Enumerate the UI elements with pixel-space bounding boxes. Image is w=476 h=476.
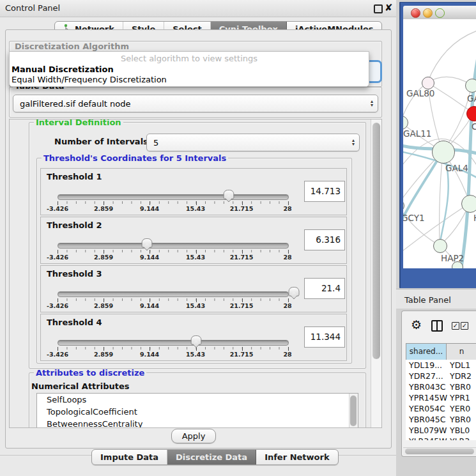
table-panel-titlebar: Table Panel — [396, 289, 476, 309]
settings-scrollpane: Interval Definition Number of Intervals … — [9, 119, 382, 428]
threshold-4-slider-track[interactable] — [58, 340, 289, 346]
control-panel-titlebar: Control Panel ✘ — [0, 0, 396, 17]
node-attribute-table: shared... n YDL19...YDL1 YDR27...YDR2 YB… — [406, 343, 476, 439]
node-label-gal11: GAL11 — [403, 128, 431, 139]
numerical-attributes-list[interactable]: SelfLoops TopologicalCoefficient Between… — [36, 393, 358, 428]
threshold-2-slider-thumb[interactable] — [142, 238, 153, 248]
dropdown-hint: Select algorithm to view settings — [10, 54, 369, 63]
column-header-name[interactable]: n — [447, 344, 476, 360]
interval-definition-title: Interval Definition — [34, 119, 123, 127]
threshold-1-label: Threshold 1 — [47, 172, 102, 181]
node-gal4[interactable] — [432, 141, 455, 164]
tab-infer-network-label: Infer Network — [265, 452, 329, 462]
columns-icon[interactable] — [431, 320, 443, 332]
network-view-window[interactable]: GAL80 GA C GAL11 GAL4 GCY1 H HAP2 — [399, 2, 476, 288]
dropdown-option-equal-width[interactable]: Equal Width/Frequency Discretization — [12, 75, 167, 84]
gear-icon[interactable]: ⚙ — [411, 319, 422, 331]
slider-ticks — [58, 347, 288, 350]
algorithm-group-title: Discretization Algorithm — [13, 42, 131, 51]
threshold-4-value-field[interactable]: 11.344 — [304, 326, 345, 348]
node-top-right[interactable] — [465, 79, 476, 93]
slider-ticks — [58, 250, 288, 253]
threshold-3-value-field[interactable]: 21.4 — [304, 278, 345, 299]
attributes-group-title: Attributes to discretize — [34, 369, 146, 378]
threshold-2-value-field[interactable]: 6.316 — [304, 229, 345, 250]
threshold-row-3: Threshold 3 -3.4262.8599.14415.4321.7152… — [40, 265, 347, 312]
threshold-row-4: Threshold 4 -3.4262.8599.14415.4321.7152… — [40, 314, 347, 361]
threshold-4-slider-thumb[interactable] — [190, 335, 201, 345]
node-label-red: C — [472, 121, 476, 132]
close-traffic-light-icon[interactable] — [411, 8, 420, 18]
list-item[interactable]: TopologicalCoefficient — [37, 406, 358, 418]
number-of-intervals-label: Number of Intervals — [54, 137, 148, 146]
threshold-3-slider-thumb[interactable] — [288, 287, 299, 296]
table-row[interactable]: YDR27...YDR2 — [406, 371, 476, 381]
right-column: GAL80 GA C GAL11 GAL4 GCY1 H HAP2 Table … — [396, 0, 476, 476]
scrollbar-thumb[interactable] — [372, 123, 380, 359]
checkbox-icon[interactable]: ✓ — [452, 322, 459, 330]
node-label-gal80: GAL80 — [406, 88, 434, 98]
table-row[interactable]: YDL19...YDL1 — [406, 360, 476, 371]
table-data-selected-value: galFiltered.sif default node — [13, 99, 366, 109]
threshold-1-slider-track[interactable] — [58, 194, 289, 200]
list-item[interactable]: BetweennessCentrality — [37, 418, 358, 428]
node-hap2[interactable] — [433, 239, 447, 253]
table-horizontal-scrollbar[interactable] — [403, 447, 476, 456]
slider-scale-labels: -3.4262.8599.14415.4321.71528 — [58, 254, 288, 261]
panel-title: Control Panel — [5, 3, 60, 13]
list-item[interactable]: SelfLoops — [37, 394, 358, 406]
table-rows: YDL19...YDL1 YDR27...YDR2 YBR043CYBR0 YP… — [406, 360, 476, 440]
threshold-1-slider-thumb[interactable] — [223, 190, 234, 199]
threshold-3-slider-track[interactable] — [58, 291, 289, 297]
threshold-row-1: Threshold 1 -3.4262.8599.14415.4321.7152… — [40, 168, 347, 215]
threshold-2-label: Threshold 2 — [47, 220, 102, 230]
dropdown-option-manual[interactable]: Manual Discretization — [12, 65, 114, 74]
table-data-combobox[interactable]: galFiltered.sif default node ▴▾ — [13, 95, 378, 112]
combo-stepper-icon: ▴▾ — [366, 100, 378, 107]
table-panel-title: Table Panel — [404, 295, 451, 305]
checkbox-icon[interactable]: ✓ — [461, 322, 468, 330]
table-row[interactable]: YER054CYER0 — [406, 403, 476, 414]
slider-ticks — [58, 201, 288, 204]
close-icon[interactable]: ✘ — [385, 2, 393, 13]
table-header-row: shared... n — [406, 343, 476, 360]
slider-scale-labels: -3.4262.8599.14415.4321.71528 — [58, 302, 288, 310]
network-window-titlebar[interactable] — [403, 6, 476, 20]
table-row[interactable]: YBL079WYBL0 — [406, 425, 476, 436]
node-label-gcy1: GCY1 — [403, 213, 425, 223]
tab-infer-network[interactable]: Infer Network — [256, 450, 337, 464]
threshold-4-label: Threshold 4 — [47, 318, 102, 327]
table-panel-box: ⚙ ✓ ✓ shared... n YDL19...YDL1 YDR27...Y… — [401, 311, 476, 457]
table-row[interactable]: YBR043CYBR0 — [406, 381, 476, 392]
threshold-1-value-field[interactable]: 14.713 — [304, 181, 345, 202]
table-row[interactable]: YPR145WYPR1 — [406, 392, 476, 403]
threshold-2-slider-track[interactable] — [58, 243, 289, 249]
tab-impute-data[interactable]: Impute Data — [92, 450, 167, 464]
node-label-gal4: GAL4 — [445, 163, 468, 173]
slider-scale-labels: -3.4262.8599.14415.4321.71528 — [58, 351, 288, 358]
float-window-icon[interactable] — [374, 4, 383, 13]
table-row[interactable]: YLR345WYLR3 — [406, 436, 476, 440]
numerical-attributes-label: Numerical Attributes — [31, 381, 130, 391]
tab-discretize-data[interactable]: Discretize Data — [167, 450, 256, 464]
list-scrollbar[interactable] — [349, 394, 358, 428]
scrollbar-thumb[interactable] — [405, 449, 474, 454]
table-row[interactable]: YBR045CYBR0 — [406, 414, 476, 425]
slider-scale-labels: -3.4262.8599.14415.4321.71528 — [58, 205, 288, 213]
tab-impute-data-label: Impute Data — [100, 452, 158, 462]
threshold-coordinates-title: Threshold's Coordinates for 5 Intervals — [42, 154, 228, 163]
scrollbar-thumb[interactable] — [350, 395, 357, 426]
zoom-traffic-light-icon[interactable] — [435, 8, 445, 18]
minimize-traffic-light-icon[interactable] — [423, 8, 433, 18]
node-gal80[interactable] — [422, 77, 434, 89]
network-canvas[interactable]: GAL80 GA C GAL11 GAL4 GCY1 H HAP2 — [403, 19, 476, 268]
settings-scrollbar[interactable] — [371, 119, 382, 427]
node-right-mid[interactable] — [461, 195, 476, 213]
column-header-shared-name[interactable]: shared... — [406, 344, 447, 360]
control-panel: Control Panel ✘ Network Style Select Cyn… — [0, 0, 396, 476]
tab-discretize-data-label: Discretize Data — [176, 452, 247, 462]
apply-button[interactable]: Apply — [171, 429, 216, 443]
number-of-intervals-combobox[interactable]: 5 ▴▾ — [146, 134, 360, 151]
node-label-right-mid: H — [473, 213, 476, 223]
threshold-3-label: Threshold 3 — [47, 269, 102, 279]
